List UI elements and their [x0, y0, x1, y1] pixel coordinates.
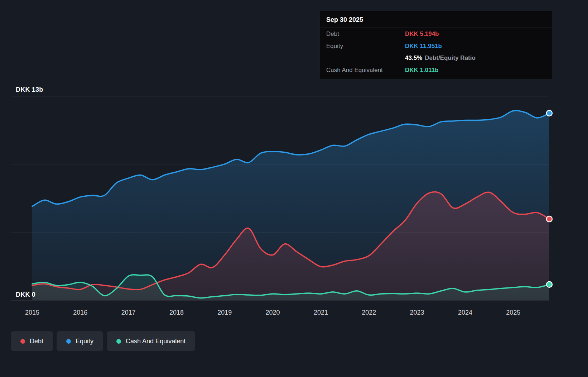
- x-tick-label: 2020: [266, 309, 280, 316]
- tooltip-cash-label: Cash And Equivalent: [326, 67, 405, 74]
- debt-equity-ratio-label: Debt/Equity Ratio: [425, 54, 476, 61]
- y-axis-zero-label: DKK 0: [16, 291, 35, 299]
- x-tick-label: 2021: [314, 309, 328, 316]
- legend: Debt Equity Cash And Equivalent: [11, 331, 195, 351]
- legend-equity-label: Equity: [76, 338, 93, 345]
- tooltip-row-cash: Cash And Equivalent DKK 1.011b: [320, 64, 552, 76]
- x-tick-label: 2022: [362, 309, 376, 316]
- x-tick-label: 2023: [410, 309, 424, 316]
- x-tick-label: 2015: [25, 309, 39, 316]
- x-tick-label: 2016: [73, 309, 87, 316]
- tooltip-cash-value: DKK 1.011b: [405, 67, 439, 74]
- y-axis-top-label: DKK 13b: [16, 86, 43, 94]
- x-tick-label: 2024: [458, 309, 472, 316]
- x-tick-label: 2017: [121, 309, 136, 316]
- tooltip-date: Sep 30 2025: [320, 11, 552, 28]
- tooltip-equity-label: Equity: [326, 43, 405, 50]
- x-tick-label: 2025: [506, 309, 520, 316]
- legend-item-debt[interactable]: Debt: [11, 331, 53, 351]
- tooltip-row-ratio: 43.5%Debt/Equity Ratio: [320, 52, 552, 64]
- cash-legend-dot-icon: [116, 339, 121, 344]
- tooltip-row-equity: Equity DKK 11.951b: [320, 40, 552, 52]
- debt-endpoint-dot[interactable]: [546, 216, 552, 222]
- tooltip-debt-value: DKK 5.194b: [405, 30, 439, 38]
- legend-debt-label: Debt: [30, 338, 43, 345]
- equity-endpoint-dot[interactable]: [546, 110, 552, 116]
- cash-endpoint-dot[interactable]: [546, 282, 552, 287]
- debt-legend-dot-icon: [20, 339, 25, 344]
- tooltip-row-debt: Debt DKK 5.194b: [320, 28, 552, 40]
- legend-cash-label: Cash And Equivalent: [126, 338, 185, 345]
- tooltip-equity-value: DKK 11.951b: [405, 43, 442, 50]
- debt-equity-ratio-value: 43.5%: [405, 54, 422, 61]
- x-tick-label: 2018: [169, 309, 184, 316]
- x-tick-label: 2019: [217, 309, 232, 316]
- equity-legend-dot-icon: [66, 339, 71, 344]
- tooltip-panel: Sep 30 2025 Debt DKK 5.194b Equity DKK 1…: [319, 11, 552, 79]
- legend-item-equity[interactable]: Equity: [57, 331, 103, 351]
- legend-item-cash[interactable]: Cash And Equivalent: [107, 331, 195, 351]
- tooltip-debt-label: Debt: [326, 30, 405, 38]
